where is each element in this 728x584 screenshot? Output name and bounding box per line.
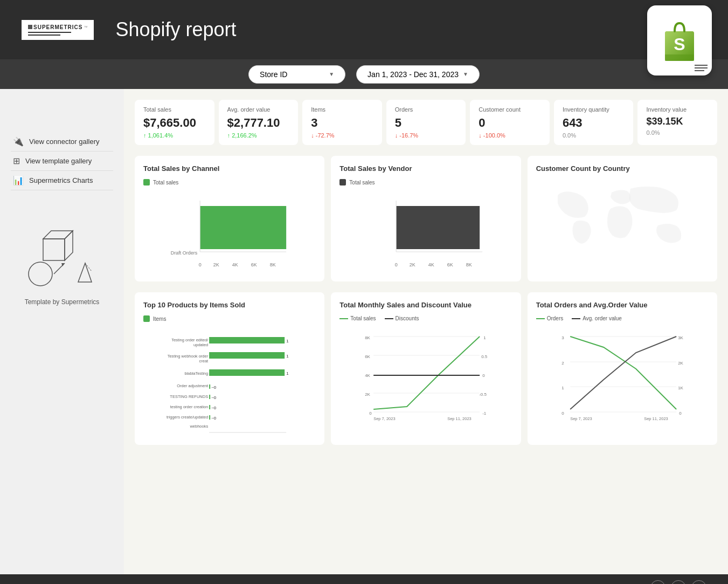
legend-color	[143, 179, 150, 185]
kpi-total-sales: Total sales $7,665.00 ↑ 1,061.4%	[135, 100, 214, 145]
world-map	[536, 179, 709, 255]
svg-text:0: 0	[199, 262, 202, 267]
svg-text:0: 0	[395, 262, 398, 267]
svg-text:Testing order edited/: Testing order edited/	[171, 338, 209, 342]
svg-text:2K: 2K	[410, 262, 415, 267]
sidebar: 🔌 View connector gallery ⊞ View template…	[0, 89, 124, 574]
kpi-avg-order-value: Avg. order value $2,777.10 ↑ 2,166.2%	[219, 100, 299, 145]
svg-text:2K: 2K	[678, 361, 683, 366]
kpi-customer-count: Customer count 0 ↓ -100.0%	[470, 100, 550, 145]
svg-rect-3	[665, 54, 694, 61]
chart-total-orders-avg: Total Orders and Avg.Order Value Orders …	[528, 292, 717, 445]
sidebar-item-label: Supermetrics Charts	[29, 176, 93, 184]
sidebar-item-template-gallery[interactable]: ⊞ View template gallery	[11, 152, 113, 171]
footer: © Supermetrics 2020 𝕏 in f	[0, 574, 728, 584]
svg-text:Sep 11, 2023: Sep 11, 2023	[447, 416, 472, 421]
legend-total-sales-line	[339, 318, 348, 319]
svg-text:blablaTesting: blablaTesting	[184, 371, 208, 376]
sidebar-item-label: View template gallery	[25, 157, 92, 165]
sidebar-item-label: View connector gallery	[29, 138, 100, 146]
svg-text:0.5: 0.5	[481, 354, 488, 359]
svg-text:8K: 8K	[466, 262, 472, 267]
svg-marker-4	[43, 239, 65, 260]
svg-text:6K: 6K	[365, 354, 370, 359]
svg-text:6K: 6K	[447, 262, 453, 267]
svg-marker-8	[78, 263, 92, 282]
brand-name: SUPERMETRICS	[33, 24, 82, 30]
svg-text:2K: 2K	[213, 262, 219, 267]
svg-text:~0: ~0	[211, 416, 217, 421]
svg-text:Sep 7, 2023: Sep 7, 2023	[373, 416, 395, 421]
svg-text:1: 1	[286, 371, 289, 376]
svg-text:-1: -1	[482, 411, 487, 416]
chart-customer-count-country: Customer Count by Country	[528, 156, 717, 281]
facebook-icon[interactable]: f	[691, 580, 706, 584]
kpi-inventory-quantity: Inventory quantity 643 0.0%	[554, 100, 634, 145]
sidebar-item-supermetrics-charts[interactable]: 📊 Supermetrics Charts	[11, 171, 113, 190]
svg-text:Sep 7, 2023: Sep 7, 2023	[570, 416, 592, 421]
sidebar-item-connector-gallery[interactable]: 🔌 View connector gallery	[11, 132, 113, 152]
social-icons: 𝕏 in f	[650, 580, 706, 584]
shopify-logo: S	[647, 5, 712, 75]
svg-text:1: 1	[483, 335, 486, 340]
legend-orders-line	[536, 318, 545, 319]
svg-rect-21	[396, 206, 480, 249]
store-id-dropdown[interactable]: Store ID ▼	[248, 65, 345, 84]
header: SUPERMETRICS ™ Shopify report S	[0, 0, 728, 59]
line-chart-orders-avg: 3 2 1 0 3K 2K 1K 0	[536, 326, 709, 428]
legend-avg-order-line	[572, 318, 580, 319]
chevron-down-icon: ▼	[329, 71, 334, 77]
svg-text:8K: 8K	[270, 262, 276, 267]
svg-text:2: 2	[561, 361, 564, 366]
svg-text:testing order creation: testing order creation	[170, 404, 208, 409]
date-range-dropdown[interactable]: Jan 1, 2023 - Dec 31, 2023 ▼	[356, 65, 480, 84]
svg-text:updated: updated	[193, 342, 208, 347]
kpi-inventory-value: Inventory value $39.15K 0.0%	[637, 100, 717, 145]
legend-color	[143, 315, 150, 322]
shopify-icon: S	[661, 18, 698, 64]
page-title: Shopify report	[115, 18, 706, 41]
svg-rect-51	[209, 415, 210, 420]
chart-icon: 📊	[13, 175, 24, 185]
legend-color	[339, 179, 346, 185]
svg-text:0: 0	[679, 411, 682, 416]
horizontal-bar-chart-products: Testing order edited/ updated Testing we…	[143, 326, 316, 434]
svg-rect-41	[209, 352, 285, 359]
svg-text:6K: 6K	[251, 262, 257, 267]
svg-text:Draft Orders: Draft Orders	[171, 250, 198, 256]
svg-text:0: 0	[561, 411, 564, 416]
svg-marker-6	[65, 231, 73, 260]
svg-text:3K: 3K	[678, 335, 683, 340]
legend-discounts-line	[385, 318, 393, 319]
kpi-orders: Orders 5 ↓ -16.7%	[386, 100, 466, 145]
template-icon: ⊞	[13, 156, 20, 166]
svg-point-7	[29, 262, 52, 286]
content-area: 🔌 View connector gallery ⊞ View template…	[0, 89, 728, 574]
svg-rect-43	[209, 369, 285, 376]
svg-text:webhooks: webhooks	[189, 424, 208, 429]
svg-rect-39	[209, 337, 285, 343]
svg-text:Sep 11, 2023: Sep 11, 2023	[644, 416, 668, 421]
linkedin-icon[interactable]: in	[671, 580, 686, 584]
svg-text:Order adjustment: Order adjustment	[177, 383, 209, 388]
world-map-svg	[547, 179, 698, 255]
svg-text:4K: 4K	[365, 373, 370, 378]
twitter-x-icon[interactable]: 𝕏	[650, 580, 665, 584]
svg-text:4K: 4K	[232, 262, 238, 267]
svg-text:0: 0	[482, 373, 485, 378]
sidebar-3d-area: Template by Supermetrics	[11, 223, 113, 306]
svg-text:~0: ~0	[211, 395, 217, 400]
svg-text:3: 3	[561, 335, 564, 340]
bar-chart-vendor: 0 2K 4K 6K 8K	[339, 190, 512, 271]
main-content: Total sales $7,665.00 ↑ 1,061.4% Avg. or…	[124, 89, 728, 574]
logo-area: SUPERMETRICS ™	[22, 20, 94, 40]
svg-text:8K: 8K	[365, 335, 370, 340]
svg-rect-47	[209, 395, 210, 399]
svg-text:2K: 2K	[365, 392, 370, 397]
template-label: Template by Supermetrics	[25, 298, 100, 306]
connector-icon: 🔌	[13, 136, 24, 147]
svg-text:1: 1	[286, 354, 289, 359]
chevron-down-icon: ▼	[463, 71, 468, 77]
chart-total-sales-vendor: Total Sales by Vendor Total sales 0 2K 4…	[331, 156, 521, 281]
svg-text:0: 0	[369, 411, 372, 416]
